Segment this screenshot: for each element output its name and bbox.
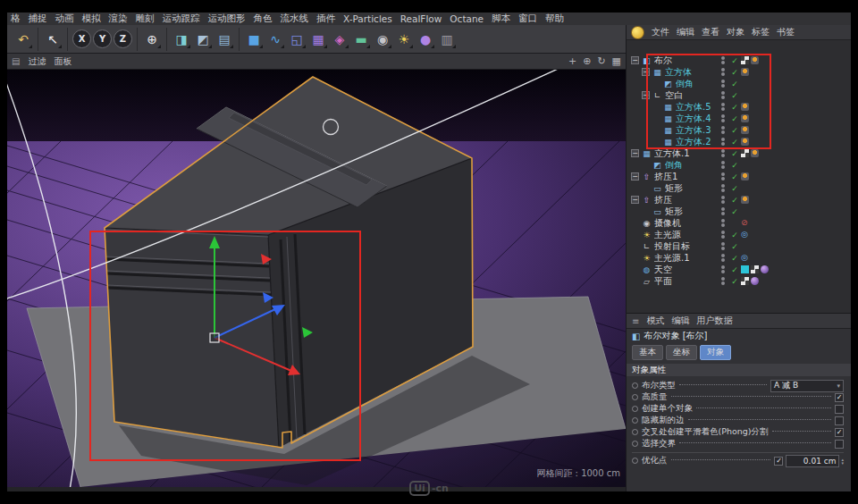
toggle-view-icon[interactable]: ▦: [612, 55, 621, 67]
target-tag[interactable]: ◎: [741, 231, 748, 239]
optimize-points-checkbox[interactable]: ✓: [774, 457, 783, 466]
select-intersection-checkbox[interactable]: [835, 440, 844, 449]
subdivision-icon[interactable]: ◱: [287, 29, 307, 49]
visibility-dots[interactable]: [718, 80, 728, 88]
phong-tag[interactable]: [741, 68, 749, 76]
animation-dot[interactable]: [632, 382, 638, 389]
menu-item[interactable]: 流水线: [281, 13, 309, 25]
tab-basic[interactable]: 基本: [632, 345, 663, 360]
menu-item[interactable]: 雕刻: [136, 13, 155, 25]
menu-item[interactable]: 捕捉: [29, 13, 47, 25]
animation-dot[interactable]: [632, 429, 638, 435]
visibility-dots[interactable]: [718, 68, 728, 76]
object-row[interactable]: ◩倒角✓: [627, 78, 851, 89]
visibility-dots[interactable]: [718, 265, 728, 273]
phong-tag[interactable]: [741, 138, 749, 146]
floor-icon[interactable]: ▬: [351, 29, 371, 49]
expand-toggle[interactable]: −: [631, 56, 639, 64]
phong-tag[interactable]: [741, 103, 749, 111]
enable-check[interactable]: ✓: [728, 114, 741, 123]
axis-x-button[interactable]: X: [72, 29, 91, 48]
expand-toggle[interactable]: −: [642, 68, 650, 76]
enable-check[interactable]: ✓: [728, 103, 741, 112]
scene-3d[interactable]: [7, 70, 626, 487]
menu-item[interactable]: 脚本: [492, 13, 510, 25]
menu-item[interactable]: 格: [11, 13, 21, 25]
object-row[interactable]: ▭矩形✓: [627, 206, 851, 217]
enable-check[interactable]: ✓: [728, 161, 741, 170]
menu-item[interactable]: RealFlow: [400, 13, 442, 24]
target-tag[interactable]: ◎: [741, 254, 748, 262]
object-row[interactable]: ▭矩形✓: [627, 182, 851, 194]
visibility-dots[interactable]: [718, 242, 728, 250]
render-picture-icon[interactable]: ▤: [214, 29, 234, 49]
spinner-arrows[interactable]: ▴▾: [841, 458, 844, 465]
enable-check[interactable]: ✓: [728, 56, 741, 65]
undo-icon[interactable]: ↶: [13, 29, 33, 49]
array-icon[interactable]: ▦: [308, 29, 328, 49]
material-tag[interactable]: [761, 265, 769, 273]
coordinate-system-icon[interactable]: ⊕: [142, 29, 162, 49]
material-icon[interactable]: ●: [416, 29, 435, 49]
visibility-dots[interactable]: [718, 91, 728, 99]
enable-check[interactable]: ✓: [728, 254, 741, 263]
enable-check[interactable]: ✓: [728, 196, 741, 205]
hide-new-edges-checkbox[interactable]: [835, 416, 844, 425]
object-row[interactable]: ◍天空✓: [627, 264, 851, 275]
expand-toggle[interactable]: −: [631, 149, 639, 157]
visibility-dots[interactable]: [718, 277, 728, 285]
object-manager-menu-item[interactable]: 查看: [702, 26, 719, 38]
enable-check[interactable]: ✓: [728, 91, 741, 100]
tab-coordinates[interactable]: 坐标: [666, 345, 697, 360]
tab-object[interactable]: 对象: [700, 345, 731, 360]
enable-check[interactable]: ✓: [728, 172, 741, 181]
object-row[interactable]: ▦立方体.5✓: [627, 101, 851, 113]
enable-check[interactable]: ✓: [728, 126, 741, 135]
menu-item[interactable]: 窗口: [518, 13, 537, 25]
phong-tag[interactable]: [741, 172, 749, 181]
checker-tag[interactable]: [741, 149, 749, 157]
deformer-icon[interactable]: ◈: [330, 29, 349, 49]
object-manager-menu-item[interactable]: 编辑: [677, 26, 694, 38]
object-row[interactable]: ◉摄像机⊘: [627, 217, 851, 229]
pan-view-icon[interactable]: +: [568, 55, 576, 67]
enable-check[interactable]: ✓: [728, 265, 741, 274]
phong-tag[interactable]: [751, 149, 759, 157]
animation-dot[interactable]: [632, 417, 638, 424]
visibility-dots[interactable]: [718, 149, 728, 157]
display-icon[interactable]: ▥: [437, 29, 457, 49]
checker-tag[interactable]: [751, 265, 759, 273]
visibility-dots[interactable]: [718, 254, 728, 262]
axis-y-button[interactable]: Y: [93, 29, 112, 48]
viewport-menu-panel[interactable]: 面板: [54, 55, 72, 68]
enable-check[interactable]: ✓: [728, 207, 741, 216]
optimize-points-field[interactable]: 0.01 cm: [786, 455, 839, 467]
menu-item[interactable]: 运动跟踪: [163, 13, 200, 25]
object-row[interactable]: −▦立方体✓: [627, 66, 851, 78]
cyanbox-tag[interactable]: [741, 265, 749, 273]
axis-z-button[interactable]: Z: [114, 29, 132, 48]
phong-tag[interactable]: [741, 126, 749, 134]
enable-check[interactable]: ✓: [728, 149, 741, 158]
camera-icon[interactable]: ◉: [373, 29, 392, 49]
checker-tag[interactable]: [741, 56, 749, 64]
render-view-icon[interactable]: ◨: [172, 29, 191, 49]
visibility-dots[interactable]: [718, 161, 728, 169]
enable-check[interactable]: ✓: [728, 138, 741, 147]
object-row[interactable]: ☀主光源✓◎: [627, 229, 851, 240]
phong-tag[interactable]: [741, 114, 749, 122]
phong-break-checkbox[interactable]: ✓: [835, 428, 844, 437]
animation-dot[interactable]: [632, 406, 638, 412]
object-manager-menu-item[interactable]: 文件: [652, 26, 669, 38]
attribute-menu-item[interactable]: 用户数据: [696, 315, 732, 327]
high-quality-checkbox[interactable]: ✓: [835, 393, 844, 402]
expand-toggle[interactable]: −: [642, 91, 650, 99]
visibility-dots[interactable]: [718, 172, 728, 181]
phong-tag[interactable]: [741, 196, 749, 204]
menu-item[interactable]: 动画: [55, 13, 74, 25]
enable-check[interactable]: ✓: [728, 277, 741, 286]
visibility-dots[interactable]: [718, 219, 728, 227]
animation-dot[interactable]: [632, 441, 638, 447]
single-object-checkbox[interactable]: [835, 405, 844, 414]
visibility-dots[interactable]: [718, 114, 728, 122]
